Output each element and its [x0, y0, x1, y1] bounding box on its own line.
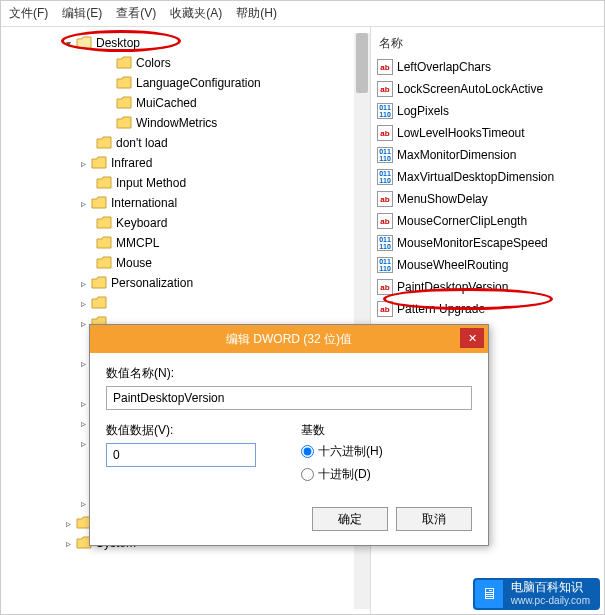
value-name-label: 数值名称(N):: [106, 365, 472, 382]
reg-sz-icon: ab: [377, 59, 393, 75]
close-icon[interactable]: ✕: [460, 328, 484, 348]
watermark: 🖥 电脑百科知识 www.pc-daily.com: [473, 578, 600, 610]
tree-item[interactable]: MuiCached: [7, 93, 370, 113]
list-item-label: MenuShowDelay: [397, 192, 488, 206]
list-item[interactable]: abPaintDesktopVersion: [375, 276, 600, 298]
reg-dword-icon: 011110: [377, 169, 393, 185]
tree-item[interactable]: Input Method: [7, 173, 370, 193]
list-item-label: PaintDesktopVersion: [397, 280, 508, 294]
list-item[interactable]: 011110MouseWheelRouting: [375, 254, 600, 276]
expander-icon[interactable]: ▹: [77, 278, 89, 289]
expander-icon[interactable]: ▹: [62, 518, 74, 529]
folder-icon: [96, 236, 112, 250]
list-item[interactable]: 011110MaxMonitorDimension: [375, 144, 600, 166]
radio-dec[interactable]: 十进制(D): [301, 466, 472, 483]
reg-sz-icon: ab: [377, 81, 393, 97]
list-item[interactable]: abMenuShowDelay: [375, 188, 600, 210]
reg-sz-icon: ab: [377, 191, 393, 207]
base-label: 基数: [301, 422, 472, 439]
dialog-title-text: 编辑 DWORD (32 位)值: [226, 331, 352, 348]
list-item-label: MaxMonitorDimension: [397, 148, 516, 162]
list-item-label: MouseWheelRouting: [397, 258, 508, 272]
menu-help[interactable]: 帮助(H): [236, 5, 277, 22]
list-item-label: MouseMonitorEscapeSpeed: [397, 236, 548, 250]
reg-sz-icon: ab: [377, 279, 393, 295]
reg-sz-icon: ab: [377, 213, 393, 229]
folder-icon: [116, 116, 132, 130]
folder-icon: [116, 56, 132, 70]
tree-item[interactable]: LanguageConfiguration: [7, 73, 370, 93]
menu-fav[interactable]: 收藏夹(A): [170, 5, 222, 22]
tree-item-label: Colors: [134, 56, 173, 70]
value-data-label: 数值数据(V):: [106, 422, 277, 439]
list-item[interactable]: abLowLevelHooksTimeout: [375, 122, 600, 144]
list-item[interactable]: abLeftOverlapChars: [375, 56, 600, 78]
tree-item[interactable]: ▹: [7, 293, 370, 313]
list-item[interactable]: 011110MaxVirtualDesktopDimension: [375, 166, 600, 188]
tree-item-label: LanguageConfiguration: [134, 76, 263, 90]
radio-dec-label: 十进制(D): [318, 466, 371, 483]
tree-item[interactable]: MMCPL: [7, 233, 370, 253]
menu-file[interactable]: 文件(F): [9, 5, 48, 22]
ok-button[interactable]: 确定: [312, 507, 388, 531]
expander-icon[interactable]: ▹: [77, 438, 89, 449]
tree-item[interactable]: ▹International: [7, 193, 370, 213]
list-item-label: Pattern Upgrade: [397, 302, 485, 316]
menu-edit[interactable]: 编辑(E): [62, 5, 102, 22]
dialog-title: 编辑 DWORD (32 位)值 ✕: [90, 325, 488, 353]
reg-sz-icon: ab: [377, 125, 393, 141]
expander-icon[interactable]: ▹: [62, 538, 74, 549]
folder-icon: [76, 36, 92, 50]
reg-dword-icon: 011110: [377, 235, 393, 251]
folder-icon: [91, 276, 107, 290]
tree-item-label: MMCPL: [114, 236, 161, 250]
scrollbar-thumb[interactable]: [356, 33, 368, 93]
tree-item-label: WindowMetrics: [134, 116, 219, 130]
list-item[interactable]: 011110MouseMonitorEscapeSpeed: [375, 232, 600, 254]
folder-icon: [96, 136, 112, 150]
watermark-title: 电脑百科知识: [511, 580, 590, 594]
list-item[interactable]: abMouseCornerClipLength: [375, 210, 600, 232]
radio-hex[interactable]: 十六进制(H): [301, 443, 472, 460]
list-item-label: LockScreenAutoLockActive: [397, 82, 543, 96]
expander-icon[interactable]: ▾: [62, 38, 74, 49]
tree-item[interactable]: don't load: [7, 133, 370, 153]
cancel-button[interactable]: 取消: [396, 507, 472, 531]
expander-icon[interactable]: ▹: [77, 398, 89, 409]
list-item-label: LowLevelHooksTimeout: [397, 126, 525, 140]
list-item[interactable]: abLockScreenAutoLockActive: [375, 78, 600, 100]
expander-icon[interactable]: ▹: [77, 298, 89, 309]
tree-item-label: Infrared: [109, 156, 154, 170]
menu-view[interactable]: 查看(V): [116, 5, 156, 22]
list-header-name[interactable]: 名称: [375, 33, 600, 54]
reg-dword-icon: 011110: [377, 103, 393, 119]
tree-item-label: Personalization: [109, 276, 195, 290]
radio-dec-input[interactable]: [301, 468, 314, 481]
list-item-label: MaxVirtualDesktopDimension: [397, 170, 554, 184]
tree-item[interactable]: Keyboard: [7, 213, 370, 233]
tree-item-label: Desktop: [94, 36, 142, 50]
tree-item[interactable]: Mouse: [7, 253, 370, 273]
expander-icon[interactable]: ▹: [77, 498, 89, 509]
tree-item[interactable]: WindowMetrics: [7, 113, 370, 133]
list-item[interactable]: abPattern Upgrade: [375, 298, 600, 320]
expander-icon[interactable]: ▹: [77, 158, 89, 169]
expander-icon[interactable]: ▹: [77, 198, 89, 209]
tree-item-label: Mouse: [114, 256, 154, 270]
list-item-label: LeftOverlapChars: [397, 60, 491, 74]
radio-hex-input[interactable]: [301, 445, 314, 458]
tree-item[interactable]: ▾Desktop: [7, 33, 370, 53]
tree-item-label: International: [109, 196, 179, 210]
reg-sz-icon: ab: [377, 301, 393, 317]
value-name-input[interactable]: [106, 386, 472, 410]
tree-item[interactable]: Colors: [7, 53, 370, 73]
tree-item[interactable]: ▹Infrared: [7, 153, 370, 173]
tree-item-label: Keyboard: [114, 216, 169, 230]
list-item[interactable]: 011110LogPixels: [375, 100, 600, 122]
expander-icon[interactable]: ▹: [77, 418, 89, 429]
tree-item[interactable]: ▹Personalization: [7, 273, 370, 293]
value-data-input[interactable]: [106, 443, 256, 467]
monitor-icon: 🖥: [475, 580, 503, 608]
expander-icon[interactable]: ▹: [77, 358, 89, 369]
expander-icon[interactable]: ▹: [77, 318, 89, 329]
